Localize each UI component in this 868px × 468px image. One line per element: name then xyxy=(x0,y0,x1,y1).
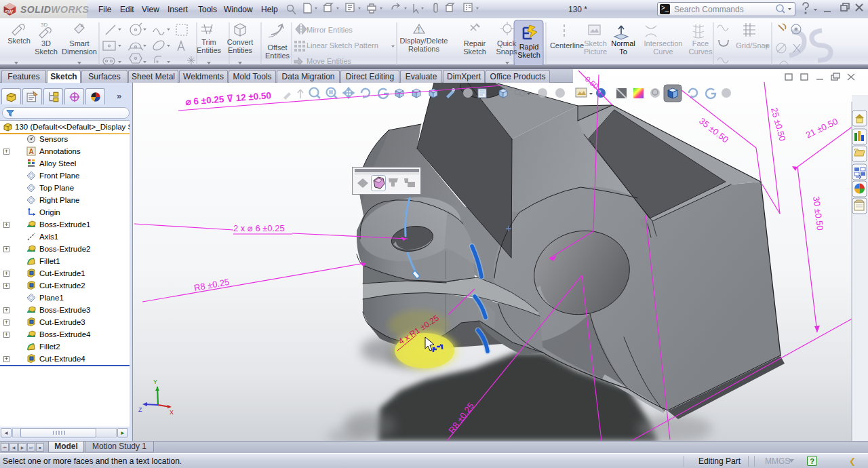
svg-text:2 x ⌀ 6 ±0.25: 2 x ⌀ 6 ±0.25 xyxy=(233,223,285,233)
svg-text:A: A xyxy=(29,148,34,155)
svg-text:SW: SW xyxy=(5,9,14,15)
svg-text:!: ! xyxy=(418,26,420,34)
svg-text:3D: 3D xyxy=(41,22,47,28)
svg-text:Y: Y xyxy=(153,378,157,385)
svg-text:Z: Z xyxy=(138,406,142,413)
svg-text:X: X xyxy=(170,409,174,416)
